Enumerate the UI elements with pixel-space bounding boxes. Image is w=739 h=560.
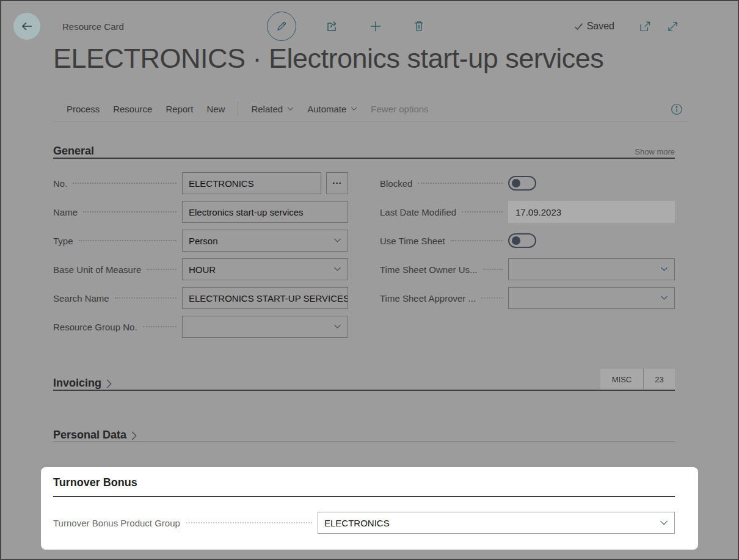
menu-item-automate[interactable]: Automate	[300, 104, 364, 114]
field-label-turnover-product-group: Turnover Bonus Product Group	[53, 518, 180, 528]
personal-data-heading[interactable]: Personal Data	[53, 429, 137, 442]
turnover-product-group-dropdown[interactable]: ELECTRONICS	[318, 512, 675, 534]
dotted-leader	[115, 297, 177, 299]
field-row-blocked: Blocked	[380, 172, 675, 194]
field-label-ts-approver: Time Sheet Approver ...	[380, 293, 476, 304]
pencil-icon	[275, 20, 288, 33]
dotted-leader	[147, 269, 177, 270]
dotted-leader	[143, 326, 177, 327]
chevron-down-icon	[660, 296, 668, 300]
info-icon	[670, 103, 683, 116]
back-button[interactable]	[13, 13, 40, 40]
last-date-modified-value: 17.09.2023	[508, 201, 675, 223]
no-input[interactable]: ELECTRONICS	[182, 172, 321, 194]
badge-misc[interactable]: MISC	[600, 369, 643, 390]
base-unit-dropdown[interactable]: HOUR	[182, 258, 348, 280]
new-button[interactable]	[367, 18, 384, 35]
field-label-name: Name	[53, 207, 78, 217]
search-name-input[interactable]: ELECTRONICS START-UP SERVICES	[182, 287, 348, 309]
dotted-leader	[73, 183, 177, 184]
general-right-column: Blocked Last Date Modified 17.09.2023 Us…	[380, 172, 675, 309]
field-label-blocked: Blocked	[380, 178, 412, 189]
type-dropdown[interactable]: Person	[182, 230, 348, 252]
invoicing-section-header: Invoicing MISC 23	[53, 368, 675, 391]
check-icon	[574, 23, 583, 31]
chevron-down-icon	[333, 324, 341, 329]
menu-item-process[interactable]: Process	[60, 104, 106, 114]
chevron-down-icon	[351, 107, 357, 111]
dotted-leader	[483, 269, 503, 270]
type-value: Person	[189, 236, 218, 246]
turnover-bonus-heading: Turnover Bonus	[53, 476, 675, 489]
share-button[interactable]	[323, 18, 340, 35]
dotted-leader	[79, 240, 177, 241]
field-row-name: Name Electronics start-up services	[53, 201, 348, 223]
menu-item-related-label: Related	[251, 104, 283, 114]
field-row-no: No. ELECTRONICS ...	[53, 172, 348, 194]
field-row-type: Type Person	[53, 230, 348, 252]
chevron-down-icon	[333, 267, 341, 272]
menu-item-automate-label: Automate	[307, 104, 346, 114]
plus-icon	[368, 19, 383, 34]
general-left-column: No. ELECTRONICS ... Name Electronics sta…	[53, 172, 348, 338]
blocked-toggle[interactable]	[508, 176, 536, 191]
menu-item-resource[interactable]: Resource	[106, 104, 159, 114]
field-row-resource-group: Resource Group No.	[53, 316, 348, 338]
field-row-use-time-sheet: Use Time Sheet	[380, 230, 675, 252]
dotted-leader	[462, 211, 503, 213]
toggle-knob	[512, 179, 520, 187]
menu-item-report[interactable]: Report	[159, 104, 200, 114]
toggle-knob	[512, 236, 520, 245]
field-label-ts-owner: Time Sheet Owner Us...	[380, 264, 478, 275]
save-status-text: Saved	[587, 21, 614, 32]
open-in-new-window-button[interactable]	[638, 19, 653, 34]
dotted-leader	[186, 522, 312, 523]
top-bar: Resource Card	[13, 11, 680, 42]
back-arrow-icon	[20, 19, 34, 34]
info-button[interactable]	[670, 103, 683, 116]
menu-item-fewer-options[interactable]: Fewer options	[364, 104, 435, 114]
chevron-down-icon	[660, 520, 668, 526]
dotted-leader	[83, 211, 177, 213]
fullscreen-button[interactable]	[665, 19, 680, 34]
delete-button[interactable]	[411, 18, 427, 34]
menu-item-related[interactable]: Related	[244, 104, 300, 114]
field-label-type: Type	[53, 236, 73, 246]
chevron-down-icon	[333, 238, 341, 243]
base-unit-value: HOUR	[189, 264, 216, 275]
invoicing-heading[interactable]: Invoicing	[53, 377, 112, 390]
action-menu: Process Resource Report New Related Auto…	[53, 96, 688, 122]
general-heading[interactable]: General	[53, 145, 94, 158]
dotted-leader	[418, 183, 503, 184]
field-row-search-name: Search Name ELECTRONICS START-UP SERVICE…	[53, 287, 348, 309]
resource-group-dropdown[interactable]	[182, 316, 348, 338]
field-row-ts-approver: Time Sheet Approver ...	[380, 287, 675, 309]
use-time-sheet-toggle[interactable]	[508, 233, 536, 248]
trash-icon	[412, 20, 426, 33]
field-row-turnover-product-group: Turnover Bonus Product Group ELECTRONICS	[53, 512, 675, 534]
field-label-last-date: Last Date Modified	[380, 207, 456, 217]
invoicing-badges: MISC 23	[600, 369, 675, 390]
menu-divider	[238, 102, 238, 117]
edit-button[interactable]	[267, 12, 296, 41]
general-section-header: General Show more	[53, 136, 675, 159]
field-label-no: No.	[53, 178, 67, 189]
page-title: ELECTRONICS · Electronics start-up servi…	[53, 43, 603, 75]
field-row-base-unit: Base Unit of Measure HOUR	[53, 258, 348, 280]
menu-item-new[interactable]: New	[200, 104, 231, 114]
field-label-use-time-sheet: Use Time Sheet	[380, 236, 445, 246]
turnover-product-group-value: ELECTRONICS	[324, 518, 390, 528]
show-more-link[interactable]: Show more	[635, 147, 675, 158]
field-label-search-name: Search Name	[53, 293, 109, 304]
ts-approver-dropdown[interactable]	[508, 287, 675, 309]
personal-data-section-header: Personal Data	[53, 420, 675, 442]
ts-owner-dropdown[interactable]	[508, 258, 675, 280]
turnover-bonus-spotlight-card: Turnover Bonus Turnover Bonus Product Gr…	[41, 467, 698, 550]
name-input[interactable]: Electronics start-up services	[182, 201, 348, 223]
turnover-bonus-rule	[53, 496, 675, 497]
open-window-icon	[639, 20, 652, 33]
chevron-right-icon	[106, 379, 112, 388]
assist-edit-button[interactable]: ...	[326, 172, 348, 194]
field-row-last-date: Last Date Modified 17.09.2023	[380, 201, 675, 223]
badge-count[interactable]: 23	[643, 369, 675, 390]
